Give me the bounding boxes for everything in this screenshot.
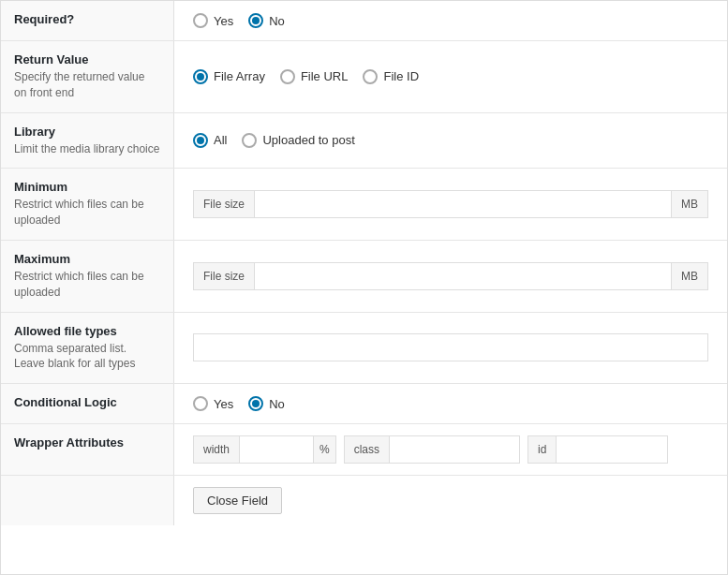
return-value-sidebar: Return Value Specify the returned value …: [1, 41, 174, 112]
minimum-desc: Restrict which files can be uploaded: [14, 197, 160, 229]
minimum-filesize-group: File size MB: [193, 190, 708, 218]
conditional-no-label: No: [269, 397, 285, 411]
allowed-file-types-content: [174, 313, 727, 384]
minimum-row: Minimum Restrict which files can be uplo…: [1, 169, 727, 241]
close-field-sidebar: [1, 476, 174, 525]
library-all-option[interactable]: All: [193, 133, 227, 148]
return-value-title: Return Value: [14, 52, 160, 66]
return-file-array-option[interactable]: File Array: [193, 69, 265, 84]
maximum-filesize-input[interactable]: [254, 262, 671, 290]
return-file-array-radio[interactable]: [193, 69, 208, 84]
required-content: Yes No: [174, 1, 727, 40]
return-file-id-label: File ID: [383, 69, 419, 83]
allowed-file-types-sidebar: Allowed file types Comma separated list.…: [1, 313, 174, 384]
conditional-yes-label: Yes: [214, 397, 233, 411]
wrapper-width-unit: %: [314, 435, 336, 464]
return-file-url-option[interactable]: File URL: [280, 69, 349, 84]
conditional-yes-option[interactable]: Yes: [193, 396, 233, 411]
required-yes-option[interactable]: Yes: [193, 13, 233, 28]
conditional-logic-radio-group: Yes No: [193, 396, 285, 411]
conditional-no-radio[interactable]: [248, 396, 263, 411]
wrapper-attributes-sidebar: Wrapper Attributes: [1, 424, 174, 475]
close-field-content: Close Field: [174, 476, 727, 525]
required-no-option[interactable]: No: [248, 13, 285, 28]
maximum-row: Maximum Restrict which files can be uplo…: [1, 241, 727, 313]
wrapper-class-field: class: [344, 435, 520, 464]
close-field-row: Close Field: [1, 476, 727, 525]
minimum-sidebar: Minimum Restrict which files can be uplo…: [1, 169, 174, 240]
required-no-radio[interactable]: [248, 13, 263, 28]
minimum-content: File size MB: [174, 169, 727, 240]
wrapper-width-label: width: [193, 435, 239, 464]
allowed-file-types-row: Allowed file types Comma separated list.…: [1, 313, 727, 385]
conditional-yes-radio[interactable]: [193, 396, 208, 411]
minimum-title: Minimum: [14, 180, 160, 194]
minimum-filesize-label: File size: [193, 190, 254, 218]
maximum-desc: Restrict which files can be uploaded: [14, 269, 160, 301]
maximum-content: File size MB: [174, 241, 727, 312]
maximum-title: Maximum: [14, 252, 160, 266]
allowed-file-types-input[interactable]: [193, 333, 708, 361]
conditional-logic-sidebar: Conditional Logic: [1, 384, 174, 423]
library-desc: Limit the media library choice: [14, 141, 160, 157]
library-title: Library: [14, 125, 160, 139]
return-file-url-radio[interactable]: [280, 69, 295, 84]
allowed-file-types-desc: Comma separated list. Leave blank for al…: [14, 341, 160, 373]
minimum-filesize-input[interactable]: [254, 190, 671, 218]
conditional-no-option[interactable]: No: [248, 396, 285, 411]
return-file-id-radio[interactable]: [363, 69, 378, 84]
required-yes-label: Yes: [214, 14, 233, 28]
library-uploaded-radio[interactable]: [242, 133, 257, 148]
library-sidebar: Library Limit the media library choice: [1, 113, 174, 169]
conditional-logic-content: Yes No: [174, 384, 727, 423]
library-all-radio[interactable]: [193, 133, 208, 148]
wrapper-class-input[interactable]: [389, 435, 520, 464]
conditional-logic-row: Conditional Logic Yes No: [1, 384, 727, 424]
return-file-url-label: File URL: [301, 69, 349, 83]
maximum-filesize-unit: MB: [671, 262, 708, 290]
wrapper-attributes-title: Wrapper Attributes: [14, 435, 160, 450]
library-row: Library Limit the media library choice A…: [1, 113, 727, 170]
maximum-sidebar: Maximum Restrict which files can be uplo…: [1, 241, 174, 312]
minimum-filesize-unit: MB: [671, 190, 708, 218]
required-no-label: No: [269, 14, 285, 28]
return-file-id-option[interactable]: File ID: [363, 69, 419, 84]
required-row: Required? Yes No: [1, 1, 727, 41]
return-value-content: File Array File URL File ID: [174, 41, 727, 112]
library-radio-group: All Uploaded to post: [193, 133, 355, 148]
required-sidebar: Required?: [1, 1, 174, 40]
wrapper-attributes-content: width % class id: [174, 424, 727, 475]
settings-panel: Required? Yes No Return Value: [0, 0, 728, 575]
wrapper-fields-group: width % class id: [193, 435, 708, 464]
return-value-desc: Specify the returned value on front end: [14, 69, 160, 101]
return-value-radio-group: File Array File URL File ID: [193, 69, 419, 84]
wrapper-class-label: class: [344, 435, 389, 464]
wrapper-id-input[interactable]: [556, 435, 668, 464]
library-uploaded-option[interactable]: Uploaded to post: [242, 133, 354, 148]
maximum-filesize-group: File size MB: [193, 262, 708, 290]
return-value-row: Return Value Specify the returned value …: [1, 41, 727, 113]
wrapper-id-field: id: [527, 435, 668, 464]
wrapper-id-label: id: [527, 435, 556, 464]
wrapper-width-input[interactable]: [239, 435, 314, 464]
library-content: All Uploaded to post: [174, 113, 727, 169]
library-uploaded-label: Uploaded to post: [262, 133, 354, 147]
required-yes-radio[interactable]: [193, 13, 208, 28]
library-all-label: All: [214, 133, 227, 147]
wrapper-attributes-row: Wrapper Attributes width % class: [1, 424, 727, 476]
conditional-logic-title: Conditional Logic: [14, 395, 160, 409]
return-file-array-label: File Array: [214, 69, 265, 83]
maximum-filesize-label: File size: [193, 262, 254, 290]
allowed-file-types-title: Allowed file types: [14, 324, 160, 338]
close-field-button[interactable]: Close Field: [193, 487, 282, 514]
required-radio-group: Yes No: [193, 13, 285, 28]
wrapper-width-field: width %: [193, 435, 336, 464]
required-label: Required?: [14, 12, 160, 26]
